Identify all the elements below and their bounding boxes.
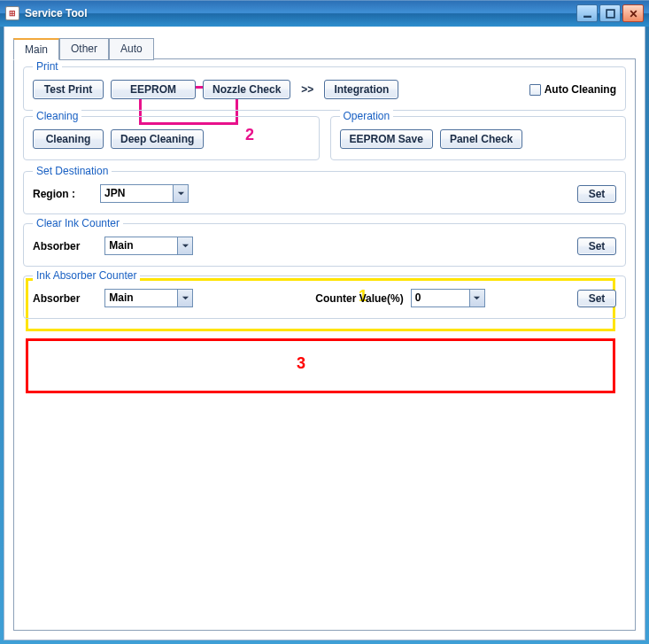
eeprom-save-button[interactable]: EEPROM Save <box>340 129 433 149</box>
ink-absorber-set-button[interactable]: Set <box>577 290 616 307</box>
counter-value-dropdown[interactable]: 0 <box>411 289 485 307</box>
group-set-destination: Set Destination Region : JPN Set <box>23 171 626 214</box>
region-dropdown-value: JPN <box>101 185 173 202</box>
counter-value-label: Counter Value(%) <box>315 292 403 305</box>
clear-ink-set-button[interactable]: Set <box>577 237 616 255</box>
ink-absorber-dropdown[interactable]: Main <box>104 289 193 307</box>
legend-set-destination: Set Destination <box>33 165 112 177</box>
svg-rect-0 <box>583 15 591 17</box>
window-title: Service Tool <box>25 7 575 19</box>
ink-absorber-value: Main <box>105 290 177 306</box>
deep-cleaning-button[interactable]: Deep Cleaning <box>111 129 204 149</box>
integration-button[interactable]: Integration <box>324 80 398 99</box>
clear-ink-absorber-label: Absorber <box>33 240 80 252</box>
set-destination-set-button[interactable]: Set <box>577 185 616 203</box>
title-bar: ⊞ Service Tool <box>0 0 649 27</box>
test-print-button[interactable]: Test Print <box>33 80 104 99</box>
eeprom-button[interactable]: EEPROM <box>111 80 196 99</box>
maximize-button[interactable] <box>599 4 621 22</box>
tab-other[interactable]: Other <box>59 38 109 60</box>
legend-operation: Operation <box>340 110 394 122</box>
counter-value-text: 0 <box>412 290 469 306</box>
chevron-down-icon[interactable] <box>177 237 192 254</box>
minimize-button[interactable] <box>576 4 598 22</box>
tab-strip: Main Other Auto <box>13 37 636 59</box>
group-clear-ink-counter: Clear Ink Counter Absorber Main Set <box>23 223 626 267</box>
region-dropdown[interactable]: JPN <box>100 184 189 203</box>
chevron-down-icon[interactable] <box>177 290 192 306</box>
tab-auto[interactable]: Auto <box>109 38 154 60</box>
chevron-down-icon[interactable] <box>173 185 188 202</box>
clear-ink-absorber-dropdown[interactable]: Main <box>104 237 193 255</box>
chevron-right-icon: >> <box>297 83 317 96</box>
tab-main[interactable]: Main <box>13 38 59 60</box>
nozzle-check-button[interactable]: Nozzle Check <box>203 80 290 99</box>
legend-clear-ink: Clear Ink Counter <box>33 217 123 229</box>
panel-check-button[interactable]: Panel Check <box>440 129 522 149</box>
clear-ink-absorber-value: Main <box>105 237 177 254</box>
tab-page-main: Print Test Print EEPROM Nozzle Check >> … <box>13 58 636 631</box>
ink-absorber-label: Absorber <box>33 292 80 305</box>
group-cleaning: Cleaning Cleaning Deep Cleaning <box>23 116 320 160</box>
close-button[interactable] <box>622 4 644 22</box>
cleaning-button[interactable]: Cleaning <box>33 129 104 149</box>
group-operation: Operation EEPROM Save Panel Check <box>330 116 627 160</box>
legend-print: Print <box>33 60 62 73</box>
auto-cleaning-checkbox[interactable] <box>529 84 541 96</box>
region-label: Region : <box>33 188 75 200</box>
app-icon: ⊞ <box>5 6 19 20</box>
legend-ink-absorber: Ink Absorber Counter <box>33 269 140 282</box>
auto-cleaning-label: Auto Cleaning <box>545 83 616 96</box>
group-print: Print Test Print EEPROM Nozzle Check >> … <box>23 66 626 111</box>
auto-cleaning-wrapper: Auto Cleaning <box>529 83 616 96</box>
group-ink-absorber-counter: Ink Absorber Counter Absorber Main Count… <box>23 275 626 319</box>
chevron-down-icon[interactable] <box>469 290 484 306</box>
client-area: 2 1 3 Main Other Auto Print Test Print E… <box>4 27 645 640</box>
legend-cleaning: Cleaning <box>33 110 81 122</box>
window-buttons <box>575 4 644 22</box>
svg-rect-1 <box>607 10 614 18</box>
